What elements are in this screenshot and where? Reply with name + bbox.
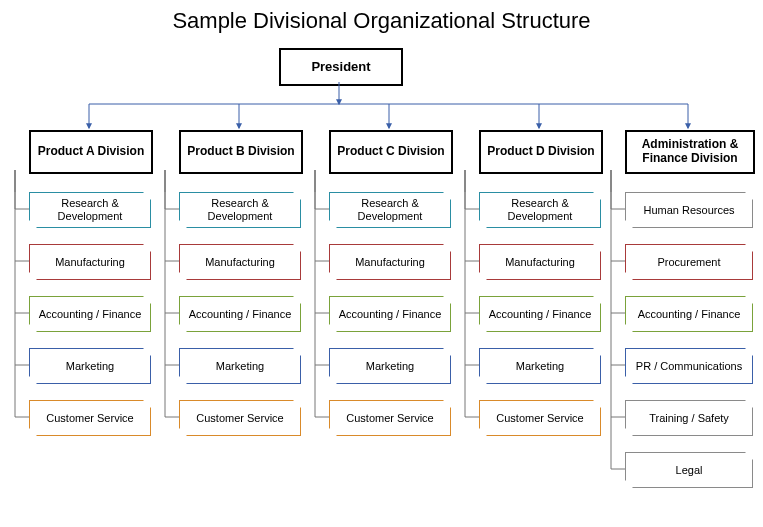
dept-box-0-3: Marketing	[29, 348, 151, 384]
dept-box-2-4: Customer Service	[329, 400, 451, 436]
dept-box-3-4: Customer Service	[479, 400, 601, 436]
division-box-2: Product C Division	[329, 130, 453, 174]
dept-box-0-0: Research & Development	[29, 192, 151, 228]
dept-box-1-0: Research & Development	[179, 192, 301, 228]
dept-box-1-4: Customer Service	[179, 400, 301, 436]
dept-box-1-2: Accounting / Finance	[179, 296, 301, 332]
dept-box-4-1: Procurement	[625, 244, 753, 280]
org-chart-canvas: Sample Divisional Organizational Structu…	[0, 0, 763, 527]
division-box-3: Product D Division	[479, 130, 603, 174]
dept-box-0-4: Customer Service	[29, 400, 151, 436]
chart-title: Sample Divisional Organizational Structu…	[0, 8, 763, 34]
president-box: President	[279, 48, 403, 86]
dept-box-4-5: Legal	[625, 452, 753, 488]
dept-box-0-1: Manufacturing	[29, 244, 151, 280]
dept-box-1-3: Marketing	[179, 348, 301, 384]
dept-box-4-3: PR / Communications	[625, 348, 753, 384]
dept-box-3-0: Research & Development	[479, 192, 601, 228]
dept-box-3-2: Accounting / Finance	[479, 296, 601, 332]
dept-box-2-1: Manufacturing	[329, 244, 451, 280]
division-box-1: Product B Division	[179, 130, 303, 174]
dept-box-0-2: Accounting / Finance	[29, 296, 151, 332]
division-box-4: Administration & Finance Division	[625, 130, 755, 174]
dept-box-4-2: Accounting / Finance	[625, 296, 753, 332]
dept-box-4-4: Training / Safety	[625, 400, 753, 436]
dept-box-2-3: Marketing	[329, 348, 451, 384]
division-box-0: Product A Division	[29, 130, 153, 174]
dept-box-1-1: Manufacturing	[179, 244, 301, 280]
dept-box-4-0: Human Resources	[625, 192, 753, 228]
dept-box-3-3: Marketing	[479, 348, 601, 384]
dept-box-2-0: Research & Development	[329, 192, 451, 228]
dept-box-3-1: Manufacturing	[479, 244, 601, 280]
dept-box-2-2: Accounting / Finance	[329, 296, 451, 332]
